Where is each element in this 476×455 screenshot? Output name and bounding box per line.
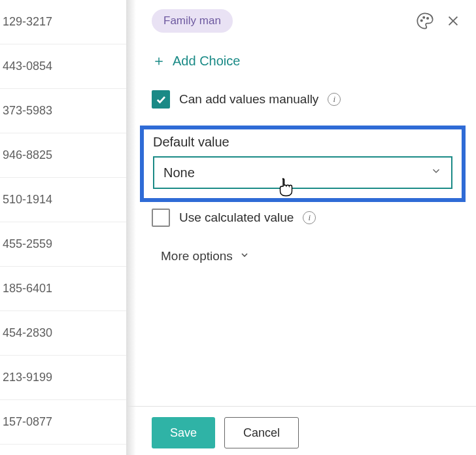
table-row: 510-1914 <box>0 178 126 222</box>
can-add-values-checkbox[interactable] <box>152 90 170 109</box>
add-choice-button[interactable]: ＋ Add Choice <box>152 51 240 71</box>
cursor-pointer-icon <box>277 177 296 201</box>
close-icon[interactable] <box>446 14 460 28</box>
more-options-toggle[interactable]: More options <box>161 249 250 263</box>
save-button[interactable]: Save <box>152 417 215 448</box>
cell-value: 157-0877 <box>3 415 52 429</box>
use-calculated-checkbox[interactable] <box>152 209 170 227</box>
cell-value: 443-0854 <box>3 59 52 73</box>
table-row: 213-9199 <box>0 356 126 400</box>
svg-point-1 <box>423 17 424 18</box>
dropdown-selected-value: None <box>163 165 195 180</box>
plus-icon: ＋ <box>152 51 166 71</box>
table-row: 443-0854 <box>0 44 126 89</box>
column-settings-panel: Family man <box>127 0 476 455</box>
more-options-label: More options <box>161 249 233 263</box>
svg-point-2 <box>427 18 428 19</box>
save-button-label: Save <box>170 426 197 440</box>
cancel-button[interactable]: Cancel <box>224 417 299 448</box>
table-row: 373-5983 <box>0 89 126 133</box>
chevron-down-icon <box>430 165 442 180</box>
can-add-values-label: Can add values manually <box>179 92 318 107</box>
palette-icon[interactable] <box>416 12 434 30</box>
svg-point-0 <box>421 20 422 21</box>
highlight-annotation: Default value None <box>140 126 466 202</box>
default-value-dropdown[interactable]: None <box>153 156 452 189</box>
cancel-button-label: Cancel <box>243 426 280 440</box>
background-table-column: 129-3217 443-0854 373-5983 946-8825 510-… <box>0 0 127 455</box>
use-calculated-label: Use calculated value <box>179 211 294 225</box>
cell-value: 454-2830 <box>3 326 52 340</box>
choice-pill[interactable]: Family man <box>152 9 233 33</box>
cell-value: 373-5983 <box>3 104 52 118</box>
table-row: 185-6401 <box>0 267 126 311</box>
cell-value: 129-3217 <box>3 15 52 29</box>
choice-pill-label: Family man <box>163 14 221 27</box>
cell-value: 946-8825 <box>3 148 52 162</box>
cell-value: 185-6401 <box>3 282 52 295</box>
add-choice-label: Add Choice <box>173 54 240 69</box>
panel-footer: Save Cancel <box>127 406 476 448</box>
cell-value: 510-1914 <box>3 193 52 207</box>
table-row: 946-8825 <box>0 133 126 178</box>
table-row: 157-0877 <box>0 400 126 445</box>
info-icon[interactable]: i <box>303 211 316 224</box>
chevron-down-icon <box>239 249 250 263</box>
default-value-label: Default value <box>153 135 452 150</box>
cell-value: 213-9199 <box>3 371 52 384</box>
table-row: 455-2559 <box>0 222 126 267</box>
table-row: 129-3217 <box>0 0 126 44</box>
table-row: 454-2830 <box>0 311 126 356</box>
info-icon[interactable]: i <box>328 93 341 106</box>
cell-value: 455-2559 <box>3 237 52 251</box>
